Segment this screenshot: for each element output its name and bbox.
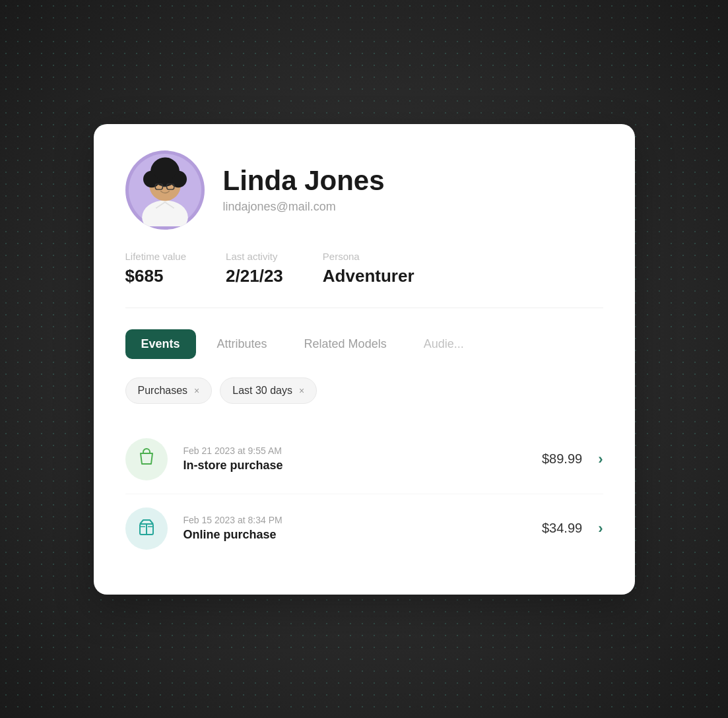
chevron-right-icon-1[interactable]: › (598, 451, 603, 468)
event-details-2: Feb 15 2023 at 8:34 PM Online purchase (183, 515, 527, 542)
event-item-2[interactable]: Feb 15 2023 at 8:34 PM Online purchase $… (125, 494, 603, 563)
svg-point-6 (154, 160, 176, 181)
purchases-filter-chip[interactable]: Purchases × (125, 377, 213, 404)
stat-value: Adventurer (323, 266, 414, 286)
stat-label: Persona (323, 251, 414, 262)
box-icon (137, 517, 156, 540)
chevron-right-icon-2[interactable]: › (598, 520, 603, 537)
date-filter-label: Last 30 days (232, 385, 292, 397)
event-amount-1: $89.99 (542, 451, 582, 467)
avatar-image (129, 154, 201, 226)
event-right-2: $34.99 › (542, 520, 603, 537)
stat-persona: Persona Adventurer (323, 251, 414, 286)
events-list: Feb 21 2023 at 9:55 AM In-store purchase… (125, 425, 603, 563)
event-right-1: $89.99 › (542, 451, 603, 468)
profile-name: Linda Jones (223, 166, 385, 196)
stat-value: 2/21/23 (226, 266, 283, 286)
date-filter-chip[interactable]: Last 30 days × (220, 377, 317, 404)
profile-info: Linda Jones lindajones@mail.com (223, 166, 385, 214)
purchases-filter-close-icon[interactable]: × (194, 385, 199, 396)
profile-email: lindajones@mail.com (223, 200, 385, 214)
tab-events[interactable]: Events (125, 329, 196, 359)
stat-value: $685 (125, 266, 187, 286)
profile-card: Linda Jones lindajones@mail.com Lifetime… (94, 124, 635, 595)
stat-lifetime-value: Lifetime value $685 (125, 251, 187, 286)
avatar (125, 150, 205, 230)
stats-section: Lifetime value $685 Last activity 2/21/2… (125, 251, 603, 308)
tab-audiences[interactable]: Audie... (408, 329, 480, 359)
date-filter-close-icon[interactable]: × (299, 385, 304, 396)
event-item-1[interactable]: Feb 21 2023 at 9:55 AM In-store purchase… (125, 425, 603, 494)
event-icon-wrapper-1 (125, 438, 168, 480)
event-name-1: In-store purchase (183, 459, 527, 473)
tab-attributes[interactable]: Attributes (201, 329, 283, 359)
event-name-2: Online purchase (183, 528, 527, 542)
tabs-section: Events Attributes Related Models Audie..… (125, 329, 603, 359)
purchases-filter-label: Purchases (138, 385, 188, 397)
stat-label: Lifetime value (125, 251, 187, 262)
filters-section: Purchases × Last 30 days × (125, 377, 603, 404)
shopping-bag-icon (137, 448, 156, 471)
event-icon-wrapper-2 (125, 507, 168, 550)
event-timestamp-1: Feb 21 2023 at 9:55 AM (183, 445, 527, 456)
tab-related-models[interactable]: Related Models (288, 329, 403, 359)
event-timestamp-2: Feb 15 2023 at 8:34 PM (183, 515, 527, 525)
profile-section: Linda Jones lindajones@mail.com (125, 150, 603, 230)
stat-last-activity: Last activity 2/21/23 (226, 251, 283, 286)
card-wrapper: Linda Jones lindajones@mail.com Lifetime… (94, 124, 635, 595)
event-details-1: Feb 21 2023 at 9:55 AM In-store purchase (183, 445, 527, 473)
event-amount-2: $34.99 (542, 521, 582, 536)
stat-label: Last activity (226, 251, 283, 262)
